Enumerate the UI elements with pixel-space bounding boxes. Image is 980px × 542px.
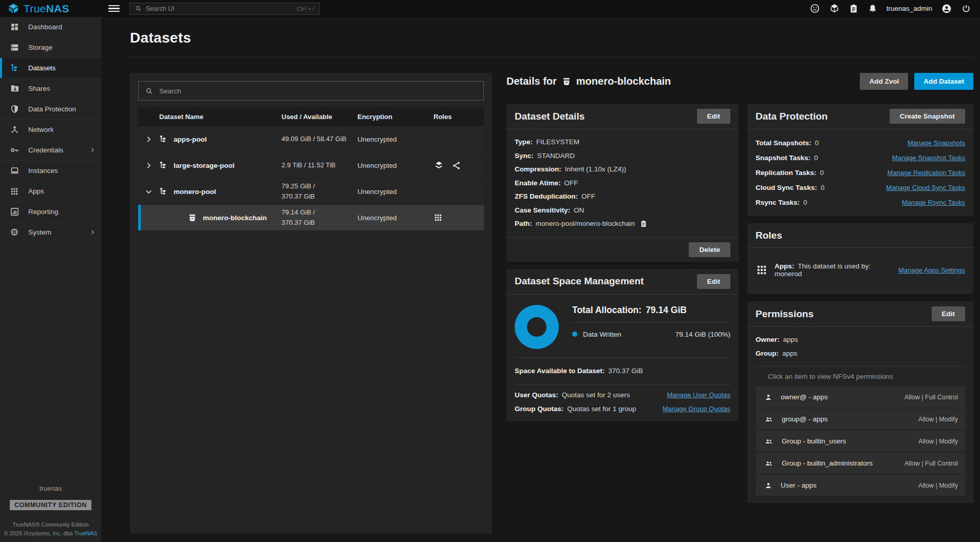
- sidebar-item-storage[interactable]: Storage: [0, 37, 101, 58]
- manage-group-quotas-link[interactable]: Manage Group Quotas: [663, 405, 730, 413]
- gear-icon: ⚙: [9, 227, 20, 237]
- power-icon[interactable]: [961, 4, 971, 14]
- permission-level: Allow | Full Control: [904, 460, 958, 467]
- details-title-prefix: Details for: [506, 75, 557, 87]
- permission-item-owner[interactable]: owner@ - apps Allow | Full Control: [756, 386, 965, 408]
- sidebar-item-dashboard[interactable]: Dashboard: [0, 17, 101, 37]
- sidebar-item-apps[interactable]: Apps: [0, 181, 101, 202]
- expand-chevron-right-icon[interactable]: [138, 136, 159, 143]
- encryption-value: Unencrypted: [357, 188, 426, 196]
- sidebar-item-reporting[interactable]: Reporting: [0, 202, 101, 222]
- global-search-input[interactable]: [146, 5, 293, 12]
- encryption-value: Unencrypted: [357, 162, 426, 169]
- add-zvol-button[interactable]: Add Zvol: [860, 73, 908, 90]
- manage-user-quotas-link[interactable]: Manage User Quotas: [667, 391, 730, 399]
- apps-role-icon: [434, 213, 443, 222]
- global-search[interactable]: Ctrl + /: [129, 3, 319, 15]
- space-management-edit-button[interactable]: Edit: [697, 274, 731, 289]
- col-roles: Roles: [426, 113, 484, 121]
- manage-rsync-tasks-link[interactable]: Manage Rsync Tasks: [902, 195, 965, 210]
- sidebar-footer: truenas COMMUNITY EDITION TrueNAS® Commu…: [0, 485, 101, 538]
- total-allocation-value: 79.14 GiB: [646, 305, 687, 315]
- permission-who: User - apps: [781, 481, 817, 489]
- delete-dataset-button[interactable]: Delete: [689, 242, 730, 257]
- expand-chevron-down-icon[interactable]: [138, 188, 159, 196]
- sidebar-item-label: Network: [28, 126, 54, 133]
- people-icon: [764, 437, 774, 446]
- table-row-large-storage-pool[interactable]: large-storage-pool 2.9 TiB / 11.52 TiB U…: [138, 152, 484, 179]
- username-label[interactable]: truenas_admin: [887, 5, 932, 12]
- dataset-name: monero-blockchain: [203, 214, 267, 222]
- permission-level: Allow | Full Control: [904, 394, 958, 401]
- topbar: TrueNAS Ctrl + / truenas_admin: [0, 0, 980, 17]
- owner-value: apps: [783, 333, 798, 347]
- key-icon: [9, 145, 20, 155]
- sidebar-item-instances[interactable]: Instances: [0, 161, 101, 181]
- person-icon: [764, 481, 773, 490]
- permission-item-group[interactable]: group@ - apps Allow | Modify: [756, 409, 965, 430]
- manage-snapshot-tasks-link[interactable]: Manage Snapshot Tasks: [892, 150, 965, 165]
- sidebar-item-datasets[interactable]: Datasets: [0, 58, 101, 79]
- group-value: apps: [782, 347, 797, 361]
- dataset-search[interactable]: [138, 81, 484, 101]
- manage-apps-settings-link[interactable]: Manage Apps Settings: [898, 266, 965, 274]
- sidebar-item-label: Data Protection: [28, 105, 76, 113]
- add-dataset-button[interactable]: Add Dataset: [914, 73, 973, 90]
- jobs-clipboard-icon[interactable]: [849, 4, 859, 14]
- storage-role-icon: [434, 160, 444, 171]
- dashboard-icon: [9, 22, 20, 32]
- menu-toggle-icon[interactable]: [108, 3, 120, 14]
- legend-value: 79.14 GiB (100%): [675, 331, 730, 338]
- storage-icon: [9, 43, 20, 52]
- card-title: Roles: [756, 230, 782, 241]
- sidebar-item-system[interactable]: ⚙ System: [0, 222, 101, 243]
- expand-chevron-right-icon[interactable]: [138, 162, 159, 169]
- person-icon: [764, 393, 773, 402]
- manage-replication-tasks-link[interactable]: Manage Replication Tasks: [887, 165, 965, 180]
- owner-label: Owner:: [756, 333, 780, 347]
- sidebar-item-network[interactable]: Network: [0, 120, 101, 140]
- user-quotas-label: User Quotas:: [515, 391, 558, 399]
- permission-item-builtin-users[interactable]: Group - builtin_users Allow | Modify: [756, 431, 965, 452]
- sidebar-item-credentials[interactable]: Credentials: [0, 140, 101, 161]
- dataset-details-card: Dataset Details Edit Type:FILESYSTEM Syn…: [506, 104, 739, 262]
- dataset-name: apps-pool: [174, 136, 207, 143]
- truenas-logo-icon: [7, 3, 20, 15]
- permission-item-user-apps[interactable]: User - apps Allow | Modify: [756, 475, 965, 496]
- sidebar-item-data-protection[interactable]: Data Protection: [0, 99, 101, 120]
- copy-path-icon[interactable]: [639, 220, 648, 228]
- table-row-monero-blockchain[interactable]: monero-blockchain 79.14 GiB /370.37 GiB …: [138, 205, 484, 231]
- permission-item-builtin-administrators[interactable]: Group - builtin_administrators Allow | F…: [756, 453, 965, 474]
- footer-product-line: TrueNAS® Community Edition: [0, 520, 101, 529]
- details-dataset-name: monero-blockchain: [576, 75, 671, 87]
- hostname-label: truenas: [0, 485, 101, 492]
- used-value: 79.25 GiB /: [281, 181, 357, 191]
- manage-cloud-sync-tasks-link[interactable]: Manage Cloud Sync Tasks: [886, 180, 965, 195]
- col-encryption: Encryption: [357, 113, 426, 121]
- card-title: Dataset Details: [515, 111, 585, 122]
- footer-truenas-link[interactable]: TrueNAS: [74, 530, 98, 536]
- sidebar-item-label: Reporting: [28, 208, 59, 216]
- pool-tree-icon: [159, 187, 168, 196]
- table-row-apps-pool[interactable]: apps-pool 49.09 GiB / 58.47 GiB Unencryp…: [138, 126, 484, 152]
- feedback-smiley-icon[interactable]: [809, 3, 820, 14]
- group-quotas-label: Group Quotas:: [515, 405, 563, 413]
- create-snapshot-button[interactable]: Create Snapshot: [890, 109, 965, 124]
- dataset-details-edit-button[interactable]: Edit: [697, 109, 731, 124]
- manage-snapshots-link[interactable]: Manage Snapshots: [908, 136, 965, 150]
- group-quotas-value: Quotas set for 1 group: [567, 405, 636, 413]
- network-icon: [9, 125, 20, 134]
- roles-card: Roles Apps:This dataset is used by: mone…: [747, 223, 973, 294]
- space-management-card: Dataset Space Management Edit Total Allo…: [506, 269, 739, 421]
- account-circle-icon[interactable]: [941, 3, 952, 14]
- search-icon: [145, 87, 154, 95]
- permissions-edit-button[interactable]: Edit: [932, 306, 966, 321]
- truecommand-icon[interactable]: [829, 3, 840, 14]
- dataset-search-input[interactable]: [159, 87, 477, 95]
- search-shortcut-hint: Ctrl + /: [297, 6, 314, 12]
- alerts-bell-icon[interactable]: [868, 4, 878, 14]
- sidebar-item-shares[interactable]: Shares: [0, 79, 101, 99]
- apps-role-label: Apps:: [775, 262, 794, 270]
- share-role-icon: [451, 161, 461, 170]
- table-row-monero-pool[interactable]: monero-pool 79.25 GiB /370.37 GiB Unencr…: [138, 179, 484, 205]
